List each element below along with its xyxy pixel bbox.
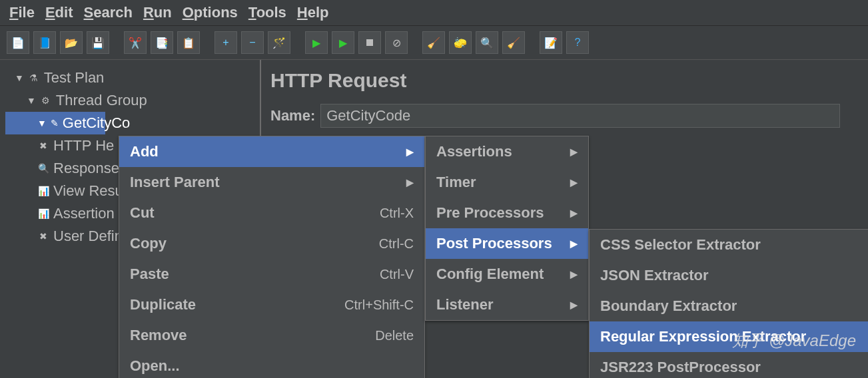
add-pre-processors[interactable]: Pre Processors▶ <box>426 198 588 228</box>
ctx-remove[interactable]: RemoveDelete <box>119 320 424 351</box>
help-icon[interactable]: ? <box>566 31 589 54</box>
ctx-open[interactable]: Open... <box>119 351 424 378</box>
run-notimers-icon[interactable]: ▶ <box>332 31 354 54</box>
paste-icon[interactable]: 📋 <box>177 31 200 54</box>
menu-file[interactable]: File <box>5 3 39 23</box>
toggle-icon[interactable]: 🪄 <box>268 31 290 54</box>
ctx-insert-parent[interactable]: Insert Parent▶ <box>119 167 424 198</box>
post-json-extractor[interactable]: JSON Extractor <box>590 260 868 291</box>
post-boundary-extractor[interactable]: Boundary Extractor <box>590 291 868 321</box>
toolbar: 📄 📘 📂 💾 ✂️ 📑 📋 + − 🪄 ▶ ▶ ⏹ ⊘ 🧹 🧽 🔍 🧹 📝 ? <box>0 26 868 60</box>
plus-icon[interactable]: + <box>215 31 237 54</box>
submenu-arrow-icon: ▶ <box>406 177 414 188</box>
add-config-element[interactable]: Config Element▶ <box>426 259 588 289</box>
ctx-copy[interactable]: CopyCtrl-C <box>119 228 424 259</box>
tree-thread-group[interactable]: ▼⚙Thread Group <box>5 89 254 112</box>
flask-icon: ⚗ <box>28 72 40 84</box>
post-processors-submenu: CSS Selector Extractor JSON Extractor Bo… <box>589 229 868 378</box>
new-icon[interactable]: 📄 <box>7 31 29 54</box>
ctx-paste[interactable]: PasteCtrl-V <box>119 259 424 289</box>
menu-tools[interactable]: Tools <box>244 3 290 23</box>
add-timer[interactable]: Timer▶ <box>426 167 588 198</box>
copy-icon[interactable]: 📑 <box>151 31 173 54</box>
panel-title: HTTP Request <box>270 69 859 92</box>
submenu-arrow-icon: ▶ <box>570 177 578 188</box>
menu-options[interactable]: Options <box>179 3 242 23</box>
wrench-icon: ✖ <box>37 140 49 152</box>
stop-icon[interactable]: ⏹ <box>358 31 381 54</box>
menu-search[interactable]: Search <box>80 3 137 23</box>
shutdown-icon[interactable]: ⊘ <box>385 31 408 54</box>
submenu-arrow-icon: ▶ <box>570 146 578 157</box>
open-icon[interactable]: 📂 <box>60 31 83 54</box>
post-regex-extractor[interactable]: Regular Expression Extractor <box>590 321 868 352</box>
add-assertions[interactable]: Assertions▶ <box>426 136 588 167</box>
dropper-icon: ✎ <box>51 117 59 129</box>
post-css-selector[interactable]: CSS Selector Extractor <box>590 230 868 260</box>
submenu-arrow-icon: ▶ <box>570 299 578 310</box>
name-input[interactable] <box>320 104 840 128</box>
minus-icon[interactable]: − <box>241 31 264 54</box>
add-post-processors[interactable]: Post Processors▶ <box>426 228 588 259</box>
context-menu: Add▶ Insert Parent▶ CutCtrl-X CopyCtrl-C… <box>119 136 425 378</box>
fn-helper-icon[interactable]: 📝 <box>540 31 562 54</box>
submenu-arrow-icon: ▶ <box>570 238 578 249</box>
cut-icon[interactable]: ✂️ <box>124 31 147 54</box>
submenu-arrow-icon: ▶ <box>406 146 414 157</box>
submenu-arrow-icon: ▶ <box>570 269 578 280</box>
menu-edit[interactable]: Edit <box>41 3 77 23</box>
menubar: File Edit Search Run Options Tools Help <box>0 0 868 26</box>
run-icon[interactable]: ▶ <box>305 31 328 54</box>
submenu-arrow-icon: ▶ <box>570 208 578 218</box>
ctx-cut[interactable]: CutCtrl-X <box>119 198 424 228</box>
save-icon[interactable]: 💾 <box>87 31 109 54</box>
templates-icon[interactable]: 📘 <box>33 31 56 54</box>
chart-icon: 📊 <box>37 208 49 220</box>
menu-help[interactable]: Help <box>293 3 333 23</box>
ctx-duplicate[interactable]: DuplicateCtrl+Shift-C <box>119 289 424 320</box>
tree-sampler-getcitycode[interactable]: ▼✎GetCityCo <box>5 112 105 134</box>
wrench-icon: ✖ <box>37 230 49 242</box>
tree-test-plan[interactable]: ▼⚗Test Plan <box>5 67 254 89</box>
clear-icon[interactable]: 🧹 <box>422 31 445 54</box>
gear-icon: ⚙ <box>40 94 52 106</box>
find-icon[interactable]: 🔍 <box>476 31 498 54</box>
post-jsr223[interactable]: JSR223 PostProcessor <box>590 352 868 378</box>
add-listener[interactable]: Listener▶ <box>426 289 588 320</box>
ctx-add[interactable]: Add▶ <box>119 136 424 167</box>
menu-run[interactable]: Run <box>139 3 176 23</box>
chart-icon: 📊 <box>37 185 49 197</box>
reset-search-icon[interactable]: 🧹 <box>502 31 525 54</box>
magnifier-icon: 🔍 <box>37 162 49 174</box>
clear-all-icon[interactable]: 🧽 <box>449 31 472 54</box>
name-label: Name: <box>270 107 315 124</box>
add-submenu: Assertions▶ Timer▶ Pre Processors▶ Post … <box>425 136 589 321</box>
